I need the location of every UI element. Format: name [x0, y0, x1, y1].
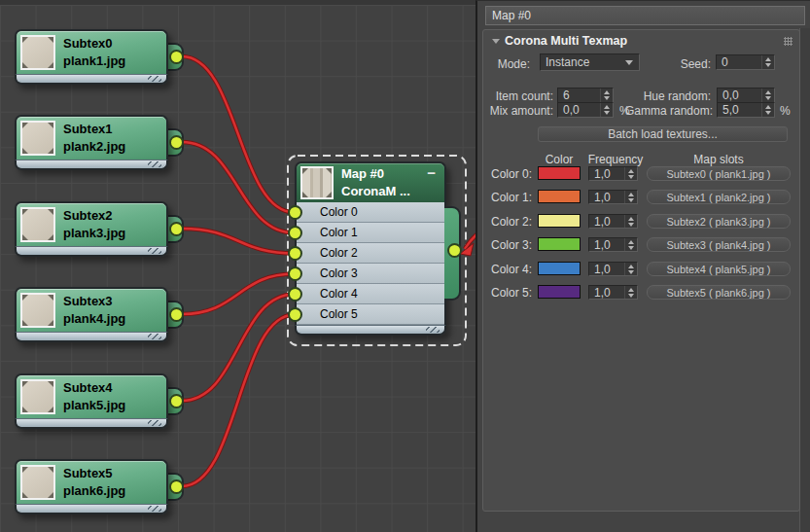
batch-load-button[interactable]: Batch load textures...	[538, 126, 788, 142]
rollout-title[interactable]: Corona Multi Texmap	[505, 34, 627, 48]
resize-grip-icon[interactable]	[148, 248, 161, 254]
subtex-node[interactable]: Subtex4 plank5.jpg	[15, 373, 168, 429]
input-socket[interactable]	[288, 246, 302, 261]
color-swatch[interactable]	[538, 237, 581, 251]
mix-amount-label: Mix amount:	[483, 104, 553, 118]
texture-thumbnail	[20, 121, 55, 156]
color-swatch[interactable]	[538, 262, 581, 275]
input-socket[interactable]	[288, 226, 302, 240]
spinner-arrows[interactable]	[761, 103, 774, 117]
gamma-random-spinner[interactable]: 5,0	[717, 102, 775, 118]
input-socket[interactable]	[288, 307, 302, 322]
color-swatch[interactable]	[538, 285, 581, 299]
color-swatch[interactable]	[538, 214, 581, 228]
input-slot-row[interactable]: Color 5	[297, 304, 444, 325]
node-footer	[15, 418, 168, 429]
node-body[interactable]: Subtex1 plank2.jpg	[15, 115, 168, 160]
node-body[interactable]: Subtex2 plank3.jpg	[15, 201, 168, 246]
resize-grip-icon[interactable]	[148, 506, 161, 512]
frequency-spinner[interactable]: 1,0	[588, 237, 638, 252]
texture-thumbnail	[20, 465, 55, 500]
node-body[interactable]: Subtex3 plank4.jpg	[15, 287, 168, 332]
collapse-button[interactable]: −	[427, 164, 436, 181]
node-title: Subtex4	[63, 379, 125, 397]
wire	[182, 56, 295, 213]
subtex-node[interactable]: Subtex2 plank3.jpg	[15, 201, 168, 257]
map-slot-button[interactable]: Subtex4 ( plank5.jpg )	[647, 262, 791, 276]
spinner-arrows[interactable]	[761, 55, 774, 69]
output-socket[interactable]	[169, 50, 184, 64]
spinner-arrows[interactable]	[624, 215, 637, 228]
node-body[interactable]: Subtex4 plank5.jpg	[15, 373, 168, 418]
output-socket[interactable]	[169, 135, 184, 150]
mode-value: Instance	[541, 55, 625, 69]
map-preview-thumbnail	[300, 166, 334, 199]
wire	[182, 229, 295, 254]
node-header[interactable]: Map #0 CoronaM ... −	[295, 161, 446, 202]
spinner-arrows[interactable]	[624, 167, 637, 180]
input-slot-list: Color 0 Color 1 Color 2 Color 3	[295, 202, 446, 325]
active-map-name-field[interactable]: Map #0	[485, 6, 805, 25]
resize-grip-icon[interactable]	[148, 161, 161, 167]
seed-spinner[interactable]: 0	[716, 54, 775, 70]
output-socket[interactable]	[447, 243, 462, 258]
subtex-node[interactable]: Subtex3 plank4.jpg	[15, 287, 168, 342]
spinner-arrows[interactable]	[624, 238, 637, 251]
map-slot-button[interactable]: Subtex3 ( plank4.jpg )	[647, 237, 791, 252]
resize-grip-icon[interactable]	[148, 420, 161, 426]
frequency-spinner[interactable]: 1,0	[588, 214, 638, 229]
input-slot-row[interactable]: Color 1	[297, 223, 444, 243]
input-socket[interactable]	[288, 266, 302, 281]
gamma-random-unit: %	[780, 104, 791, 118]
drag-handle-icon[interactable]	[784, 37, 792, 46]
node-title: Subtex0	[63, 35, 125, 53]
node-body[interactable]: Subtex0 plank1.jpg	[15, 29, 168, 74]
map-slot-button[interactable]: Subtex2 ( plank3.jpg )	[647, 214, 791, 229]
resize-grip-icon[interactable]	[426, 327, 440, 333]
input-slot-row[interactable]: Color 0	[297, 202, 444, 223]
map-slot-button[interactable]: Subtex0 ( plank1.jpg )	[647, 166, 791, 181]
node-title: Subtex3	[63, 293, 125, 310]
input-slot-label: Color 0	[320, 205, 358, 219]
spinner-arrows[interactable]	[761, 89, 774, 102]
rollout-collapse-icon[interactable]	[492, 39, 500, 44]
frequency-spinner[interactable]: 1,0	[588, 190, 638, 204]
frequency-spinner[interactable]: 1,0	[588, 166, 638, 181]
input-socket[interactable]	[288, 287, 302, 301]
frequency-spinner[interactable]: 1,0	[588, 262, 638, 276]
subtex-node[interactable]: Subtex0 plank1.jpg	[15, 29, 168, 85]
spinner-arrows[interactable]	[624, 191, 637, 203]
seed-label: Seed:	[647, 57, 711, 71]
resize-grip-icon[interactable]	[148, 334, 161, 339]
hue-random-spinner[interactable]: 0,0	[717, 88, 775, 103]
spinner-arrows[interactable]	[600, 103, 613, 117]
output-socket[interactable]	[169, 307, 184, 322]
output-socket[interactable]	[169, 222, 184, 236]
mode-dropdown[interactable]: Instance	[540, 53, 640, 71]
panel-scrollbar-gutter[interactable]	[799, 28, 810, 532]
item-count-spinner[interactable]: 6	[557, 88, 614, 103]
map-slot-button[interactable]: Subtex1 ( plank2.jpg )	[647, 190, 791, 204]
node-body[interactable]: Subtex5 plank6.jpg	[15, 459, 168, 504]
resize-grip-icon[interactable]	[148, 76, 161, 82]
color-swatch[interactable]	[538, 166, 581, 180]
subtex-node[interactable]: Subtex5 plank6.jpg	[15, 459, 168, 514]
frequency-spinner[interactable]: 1,0	[588, 285, 638, 300]
output-socket[interactable]	[169, 394, 184, 408]
input-socket[interactable]	[288, 205, 302, 220]
input-slot-row[interactable]: Color 4	[297, 284, 444, 304]
spinner-arrows[interactable]	[624, 286, 637, 299]
map-slot-button[interactable]: Subtex5 ( plank6.jpg )	[647, 285, 791, 300]
input-slot-row[interactable]: Color 2	[297, 243, 444, 264]
mix-amount-spinner[interactable]: 0,0	[557, 102, 614, 118]
output-socket[interactable]	[169, 479, 184, 494]
parameter-panel: Map #0 Corona Multi Texmap Mode: Instanc…	[475, 0, 810, 532]
multi-texmap-node[interactable]: Map #0 CoronaM ... − Color 0 Color 1	[295, 161, 446, 336]
subtex-node[interactable]: Subtex1 plank2.jpg	[15, 115, 168, 170]
spinner-arrows[interactable]	[600, 89, 613, 102]
color-swatch[interactable]	[538, 190, 581, 203]
spinner-arrows[interactable]	[624, 263, 637, 275]
wire	[182, 229, 295, 254]
node-editor-canvas[interactable]: Subtex0 plank1.jpg Subtex1	[0, 0, 475, 532]
input-slot-row[interactable]: Color 3	[297, 264, 444, 284]
